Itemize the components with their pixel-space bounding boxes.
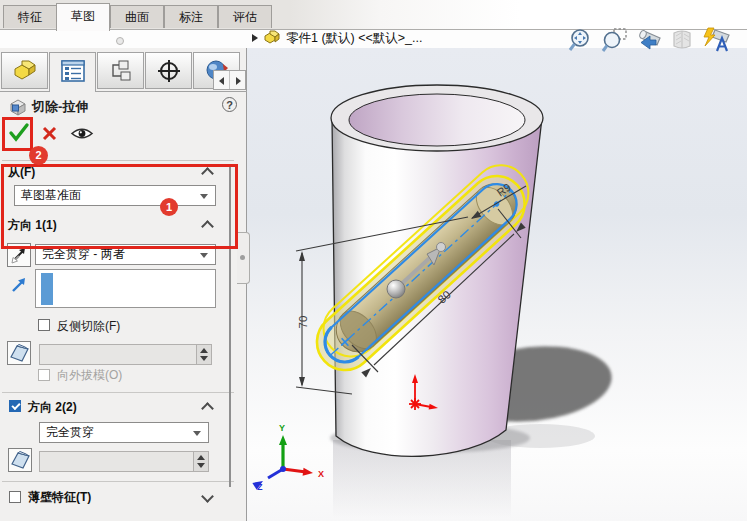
cancel-button[interactable] bbox=[41, 125, 58, 142]
from-dropdown-value: 草图基准面 bbox=[21, 188, 81, 202]
draft-icon bbox=[8, 342, 30, 364]
help-icon[interactable]: ? bbox=[222, 97, 237, 112]
draft-button-2[interactable] bbox=[8, 448, 32, 472]
draft-icon bbox=[9, 449, 31, 471]
property-manager-icon bbox=[60, 59, 86, 83]
document-title: 零件1 (默认) <<默认>_... bbox=[286, 30, 423, 47]
triad-y-label: Y bbox=[279, 423, 285, 433]
thin-feature-header[interactable]: 薄壁特征(T) bbox=[28, 489, 91, 506]
triad-x-label: X bbox=[318, 469, 324, 479]
tab-feature-tree[interactable] bbox=[1, 52, 48, 89]
expand-chevron-icon[interactable] bbox=[201, 490, 214, 503]
previous-view-icon bbox=[634, 27, 663, 54]
tab-dimxpert-manager[interactable] bbox=[145, 52, 192, 89]
reverse-direction-button[interactable] bbox=[7, 243, 31, 267]
spinner-buttons[interactable] bbox=[193, 452, 208, 471]
direction2-checkbox[interactable] bbox=[9, 400, 21, 412]
property-manager-header: 切除-拉伸 ? bbox=[0, 94, 247, 120]
direction1-section-header[interactable]: 方向 1(1) bbox=[8, 217, 57, 234]
command-manager-tabbar: 特征 草图 曲面 标注 评估 bbox=[0, 0, 747, 30]
tab-configuration-manager[interactable] bbox=[97, 52, 144, 89]
section-view-icon bbox=[668, 27, 697, 54]
zoom-to-fit-button[interactable] bbox=[566, 27, 593, 54]
annotation-badge-1: 1 bbox=[160, 198, 178, 216]
collapse-chevron-icon[interactable] bbox=[201, 220, 214, 233]
flip-side-label[interactable]: 反侧切除(F) bbox=[57, 318, 120, 335]
panel-title: 切除-拉伸 bbox=[32, 98, 88, 116]
flyout-expand-icon[interactable] bbox=[252, 34, 258, 42]
direction-reference-icon bbox=[9, 276, 28, 295]
ok-button[interactable] bbox=[8, 122, 30, 143]
spinner-buttons[interactable] bbox=[196, 345, 211, 364]
collapse-chevron-icon[interactable] bbox=[201, 402, 214, 415]
end-condition-dropdown[interactable]: 完全贯穿 - 两者 bbox=[35, 244, 216, 265]
cut-extrude-icon bbox=[8, 98, 28, 116]
direction2-end-condition-value: 完全贯穿 bbox=[46, 425, 94, 439]
panel-tabs-divider bbox=[0, 91, 247, 92]
annotation-badge-2: 2 bbox=[29, 146, 48, 165]
spin-down-icon bbox=[200, 356, 208, 361]
reverse-direction-icon bbox=[8, 244, 30, 266]
spin-up-icon bbox=[200, 348, 208, 353]
section-view-button[interactable] bbox=[668, 27, 697, 54]
triad-z-label: Z bbox=[257, 482, 263, 492]
draft-angle-spinner-2[interactable] bbox=[39, 451, 209, 472]
dynamic-annotation-button[interactable] bbox=[701, 27, 732, 54]
dimxpert-icon bbox=[156, 59, 182, 83]
zoom-to-area-icon bbox=[601, 27, 628, 54]
end-condition-value: 完全贯穿 - 两者 bbox=[42, 247, 125, 261]
direction2-end-condition-dropdown[interactable]: 完全贯穿 bbox=[39, 422, 209, 443]
draft-button[interactable] bbox=[7, 341, 31, 365]
chevron-down-icon bbox=[200, 253, 208, 258]
preview-eye-icon[interactable] bbox=[70, 126, 94, 141]
draft-angle-spinner[interactable] bbox=[39, 344, 212, 365]
spin-up-icon bbox=[197, 455, 205, 460]
spin-down-icon bbox=[197, 463, 205, 468]
commandmanager-collapse-handle[interactable] bbox=[116, 37, 124, 45]
direction-reference-box[interactable] bbox=[35, 269, 216, 308]
collapse-chevron-icon[interactable] bbox=[201, 167, 214, 180]
tab-surfaces[interactable]: 曲面 bbox=[110, 5, 164, 28]
tab-features[interactable]: 特征 bbox=[3, 5, 57, 28]
panel-scrollbar[interactable] bbox=[229, 165, 231, 487]
tab-evaluate[interactable]: 评估 bbox=[218, 5, 272, 28]
panel-tab-scroll-arrows bbox=[213, 70, 246, 90]
graphics-viewport[interactable]: 70 80 R9 Z X Y bbox=[247, 30, 747, 521]
direction2-section-header[interactable]: 方向 2(2) bbox=[28, 399, 77, 416]
panel-splitter-handle[interactable] bbox=[237, 232, 250, 284]
section-divider bbox=[2, 481, 234, 482]
arrow-right-icon bbox=[236, 77, 241, 85]
feature-tree-icon bbox=[12, 59, 38, 83]
scroll-right-button[interactable] bbox=[230, 71, 245, 89]
tab-sketch[interactable]: 草图 bbox=[56, 3, 110, 31]
scroll-left-button[interactable] bbox=[214, 71, 230, 89]
selection-highlight bbox=[41, 273, 53, 305]
flip-side-checkbox[interactable] bbox=[38, 319, 50, 331]
dynamic-annotation-icon bbox=[701, 27, 732, 54]
property-manager-panel: 切除-拉伸 ? 从(F) 草图基准面 方向 1(1) 完全贯穿 - 两者 bbox=[0, 48, 247, 521]
zoom-to-area-button[interactable] bbox=[601, 27, 628, 54]
tab-markup[interactable]: 标注 bbox=[164, 5, 218, 28]
feature-tree-flyout[interactable]: 零件1 (默认) <<默认>_... bbox=[252, 28, 423, 48]
splitter-dot-icon bbox=[240, 255, 245, 260]
part-icon bbox=[264, 30, 281, 46]
chevron-down-icon bbox=[193, 431, 201, 436]
tab-property-manager[interactable] bbox=[49, 52, 96, 92]
from-section-header[interactable]: 从(F) bbox=[8, 164, 35, 181]
from-dropdown[interactable]: 草图基准面 bbox=[14, 185, 216, 206]
arrow-left-icon bbox=[219, 77, 224, 85]
chevron-down-icon bbox=[200, 194, 208, 199]
svg-text:70: 70 bbox=[297, 316, 309, 329]
section-divider bbox=[2, 392, 234, 393]
thin-feature-checkbox[interactable] bbox=[9, 491, 21, 503]
previous-view-button[interactable] bbox=[634, 27, 663, 54]
tube-bore bbox=[349, 94, 525, 146]
configuration-manager-icon bbox=[108, 59, 134, 83]
draft-outward-label: 向外拔模(O) bbox=[57, 367, 122, 384]
draft-outward-checkbox[interactable] bbox=[38, 369, 50, 381]
zoom-to-fit-icon bbox=[566, 27, 593, 54]
